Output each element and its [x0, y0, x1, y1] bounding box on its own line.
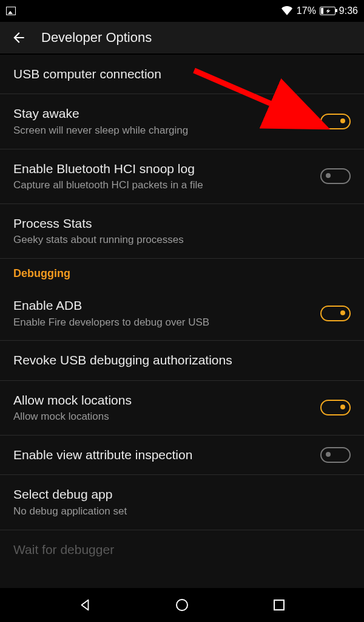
status-bar: 17% 9:36: [0, 0, 364, 22]
toggle-view-attribute[interactable]: [320, 447, 351, 463]
row-title: USB computer connection: [13, 66, 351, 83]
arrow-left-icon: [11, 30, 27, 46]
row-title: Enable ADB: [13, 297, 311, 314]
row-process-stats[interactable]: Process Stats Geeky stats about running …: [0, 204, 364, 259]
nav-home-button[interactable]: [170, 593, 194, 617]
row-hci-snoop[interactable]: Enable Bluetooth HCI snoop log Capture a…: [0, 149, 364, 204]
row-mock-locations[interactable]: Allow mock locations Allow mock location…: [0, 381, 364, 436]
row-title: Select debug app: [13, 486, 351, 503]
row-title: Enable view attribute inspection: [13, 446, 311, 463]
row-select-debug-app[interactable]: Select debug app No debug application se…: [0, 475, 364, 530]
status-left: [6, 7, 16, 15]
row-subtitle: Enable Fire developers to debug over USB: [13, 316, 311, 330]
row-title: Process Stats: [13, 215, 351, 232]
toggle-stay-awake[interactable]: [320, 114, 351, 129]
row-subtitle: Allow mock locations: [13, 410, 311, 424]
row-title: Wait for debugger: [13, 541, 351, 558]
row-subtitle: No debug application set: [13, 505, 351, 519]
row-title: Stay awake: [13, 105, 311, 122]
row-title: Allow mock locations: [13, 392, 311, 409]
settings-list[interactable]: USB computer connection Stay awake Scree…: [0, 55, 364, 588]
row-stay-awake[interactable]: Stay awake Screen will never sleep while…: [0, 94, 364, 149]
app-header: Developer Options: [0, 22, 364, 55]
battery-icon: [320, 7, 335, 15]
back-button[interactable]: [11, 30, 27, 46]
section-header-debugging: Debugging: [0, 259, 364, 286]
toggle-hci-snoop[interactable]: [320, 168, 351, 184]
picture-notification-icon: [6, 7, 16, 15]
toggle-enable-adb[interactable]: [320, 306, 351, 321]
nav-recent-button[interactable]: [267, 593, 291, 617]
row-revoke-usb[interactable]: Revoke USB debugging authorizations: [0, 341, 364, 380]
row-view-attribute[interactable]: Enable view attribute inspection: [0, 436, 364, 475]
row-enable-adb[interactable]: Enable ADB Enable Fire developers to deb…: [0, 286, 364, 341]
square-recent-icon: [274, 600, 285, 610]
battery-percent: 17%: [297, 5, 316, 16]
circle-home-icon: [176, 599, 188, 611]
system-nav-bar: [0, 588, 364, 622]
toggle-mock-locations[interactable]: [320, 400, 351, 415]
battery-bolt-icon: [321, 7, 335, 15]
row-subtitle: Geeky stats about running processes: [13, 233, 351, 247]
row-wait-debugger: Wait for debugger: [0, 530, 364, 561]
page-title: Developer Options: [41, 30, 152, 46]
clock: 9:36: [339, 5, 358, 16]
row-title: Enable Bluetooth HCI snoop log: [13, 160, 311, 177]
wifi-icon: [281, 6, 293, 16]
triangle-back-icon: [78, 598, 92, 612]
status-right: 17% 9:36: [281, 5, 358, 16]
row-subtitle: Capture all bluetooth HCI packets in a f…: [13, 179, 311, 193]
row-usb-computer-connection[interactable]: USB computer connection: [0, 55, 364, 94]
row-subtitle: Screen will never sleep while charging: [13, 124, 311, 138]
nav-back-button[interactable]: [73, 593, 97, 617]
row-title: Revoke USB debugging authorizations: [13, 352, 351, 369]
